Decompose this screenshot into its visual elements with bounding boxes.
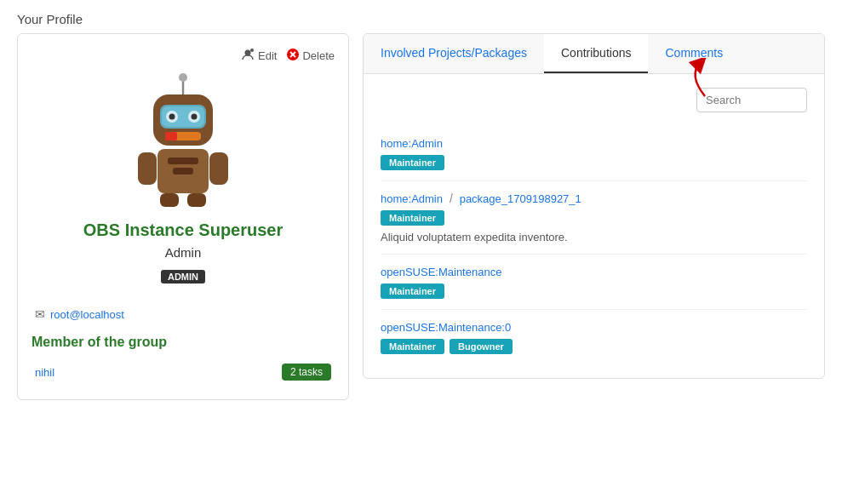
email-icon: ✉	[35, 307, 45, 321]
project-link[interactable]: home:Admin	[381, 137, 443, 150]
profile-actions: Edit Delete	[32, 48, 335, 64]
project-item: openSUSE:Maintenance:0 Maintainer Bugown…	[381, 310, 807, 364]
bugowner-badge: Bugowner	[450, 339, 513, 354]
svg-rect-22	[173, 168, 193, 175]
maintainer-badge: Maintainer	[381, 339, 444, 354]
search-row	[381, 88, 807, 112]
delete-button[interactable]: Delete	[287, 48, 335, 64]
edit-button[interactable]: Edit	[241, 48, 277, 64]
badges-row: ADMIN	[32, 270, 335, 295]
tasks-badge: 2 tasks	[282, 364, 331, 381]
page-header: Your Profile	[0, 0, 842, 33]
svg-rect-15	[165, 132, 177, 140]
group-name[interactable]: nihil	[35, 366, 54, 379]
content-panel: Involved Projects/Packages Contributions…	[363, 33, 825, 379]
project-item: home:Admin Maintainer	[381, 126, 807, 181]
badge-row: Maintainer	[381, 284, 807, 299]
arrow-annotation	[679, 58, 713, 103]
package-link[interactable]: package_1709198927_1	[460, 192, 581, 205]
email-address: root@localhost	[50, 308, 124, 321]
svg-rect-17	[138, 152, 157, 185]
maintainer-badge: Maintainer	[381, 284, 444, 299]
username: OBS Instance Superuser	[32, 220, 335, 240]
project-link[interactable]: home:Admin	[381, 192, 443, 205]
svg-rect-19	[160, 193, 179, 207]
project-item: home:Admin / package_1709198927_1 Mainta…	[381, 181, 807, 255]
edit-label: Edit	[258, 49, 277, 62]
avatar	[128, 71, 238, 207]
tab-contributions[interactable]: Contributions	[544, 34, 649, 73]
email-row: ✉ root@localhost	[32, 307, 335, 321]
group-section-title: Member of the group	[32, 335, 335, 350]
badge-row: Maintainer	[381, 155, 807, 170]
project-description: Aliquid voluptatem expedita inventore.	[381, 231, 807, 243]
badge-row: Maintainer Bugowner	[381, 339, 807, 354]
project-item: openSUSE:Maintenance Maintainer	[381, 255, 807, 310]
svg-rect-20	[187, 193, 206, 207]
delete-label: Delete	[302, 49, 335, 62]
maintainer-badge: Maintainer	[381, 155, 444, 170]
project-link[interactable]: openSUSE:Maintenance:0	[381, 321, 511, 334]
maintainer-badge: Maintainer	[381, 210, 444, 226]
group-item: nihil 2 tasks	[32, 358, 335, 386]
svg-point-6	[179, 73, 187, 82]
separator: /	[450, 192, 453, 205]
tab-content: home:Admin Maintainer home:Admin / packa…	[364, 74, 824, 378]
svg-point-12	[169, 114, 175, 120]
svg-rect-18	[209, 152, 228, 185]
tabs-bar: Involved Projects/Packages Contributions…	[364, 34, 824, 74]
admin-badge: ADMIN	[161, 270, 205, 284]
page-title: Your Profile	[17, 12, 83, 26]
project-link[interactable]: openSUSE:Maintenance	[381, 266, 501, 278]
avatar-container	[32, 71, 335, 207]
badge-row: Maintainer	[381, 210, 807, 226]
display-name: Admin	[32, 245, 335, 260]
edit-icon	[241, 48, 255, 64]
svg-point-13	[192, 114, 198, 120]
tab-involved-projects[interactable]: Involved Projects/Packages	[364, 34, 544, 73]
svg-rect-21	[168, 158, 198, 164]
svg-point-1	[250, 49, 254, 52]
delete-icon	[287, 49, 299, 63]
profile-card: Edit Delete	[17, 33, 349, 400]
